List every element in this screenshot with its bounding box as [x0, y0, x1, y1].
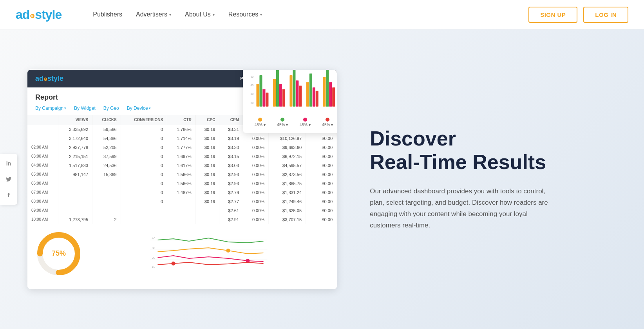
filter-geo[interactable]: By Geo [103, 105, 119, 111]
table-cell: $0.00 [306, 215, 337, 224]
nav-actions: SIGN UP LOG IN [528, 7, 628, 23]
social-sidebar: in f [0, 154, 17, 205]
facebook-icon[interactable]: f [5, 191, 13, 199]
table-cell: 2 [92, 215, 121, 224]
table-cell [27, 125, 58, 134]
table-cell: 24,536 [92, 161, 121, 170]
svg-text:30: 30 [250, 93, 253, 95]
table-cell: $2.79 [219, 188, 243, 197]
svg-point-11 [172, 262, 175, 265]
table-cell: 10:00 AM [27, 215, 58, 224]
table-cell: 0.00% [243, 188, 269, 197]
filter-device[interactable]: By Device ▾ [127, 105, 151, 111]
table-cell: $0.19 [195, 179, 219, 188]
bar-chart-overlay: 60 50 40 30 20 [243, 70, 337, 133]
legend-red: 45% ▾ [322, 118, 333, 127]
table-row: 10:00 AM1,273,7952$2.910.00%$3,707.15$0.… [27, 215, 337, 224]
col-conversions: CONVERSIONS [121, 115, 167, 125]
nav-advertisers[interactable]: Advertisers ▾ [136, 11, 171, 18]
table-cell: $3.19 [219, 134, 243, 143]
legend-pink-label: 45% ▾ [300, 123, 311, 127]
filter-campaign[interactable]: By Campaign ▾ [35, 105, 66, 111]
table-cell: 05:00 AM [27, 170, 58, 179]
svg-rect-26 [293, 70, 295, 107]
table-cell: 52,205 [92, 143, 121, 152]
table-cell: $2.93 [219, 179, 243, 188]
table-cell: 0 [121, 179, 167, 188]
table-cell: 04:00 AM [27, 161, 58, 170]
svg-text:40: 40 [250, 84, 253, 87]
table-cell: 02:00 AM [27, 143, 58, 152]
chevron-down-icon: ▾ [169, 13, 171, 17]
nav-resources[interactable]: Resources ▾ [228, 11, 262, 18]
navbar: ad⚙style Publishers Advertisers ▾ About … [0, 0, 644, 29]
twitter-icon[interactable] [5, 175, 13, 183]
svg-rect-19 [262, 89, 265, 106]
table-cell: 1,273,795 [58, 215, 92, 224]
table-cell: 0 [121, 125, 167, 134]
table-cell: 0.00% [243, 215, 269, 224]
table-cell: $0.19 [195, 197, 219, 206]
dashboard-area: in f ad⚙style Publisher: $0.00 [0, 29, 354, 329]
table-cell [58, 206, 92, 215]
col-views: VIEWS [58, 115, 92, 125]
col-ctr: CTR [167, 115, 196, 125]
legend-dot-green [280, 118, 284, 122]
table-cell: $2.93 [219, 170, 243, 179]
svg-rect-20 [266, 93, 268, 106]
table-cell: $0.19 [195, 134, 219, 143]
table-cell: 06:00 AM [27, 179, 58, 188]
table-cell: $0.00 [306, 188, 337, 197]
table-cell: $0.00 [306, 134, 337, 143]
table-cell: 1.786% [167, 125, 196, 134]
line-chart: 40 30 20 10 [88, 230, 329, 277]
logo-text: ad⚙style [16, 7, 62, 22]
svg-rect-35 [329, 82, 332, 106]
table-cell: 59,566 [92, 125, 121, 134]
table-cell: 0.00% [243, 152, 269, 161]
dashboard-gear-icon: ⚙ [43, 77, 47, 82]
table-cell: 07:00 AM [27, 188, 58, 197]
table-cell: $2.77 [219, 197, 243, 206]
svg-rect-17 [256, 84, 259, 107]
signup-button[interactable]: SIGN UP [528, 7, 577, 23]
svg-rect-33 [323, 77, 326, 106]
table-row: 06:00 AM01.566%$0.19$2.930.00%$1,885.75$… [27, 179, 337, 188]
hero-section: in f ad⚙style Publisher: $0.00 [0, 29, 644, 329]
table-cell [121, 206, 167, 215]
table-cell: $0.00 [306, 161, 337, 170]
legend-dot-orange [258, 118, 262, 122]
legend-dot-red [326, 118, 329, 122]
table-cell: $3,707.15 [269, 215, 306, 224]
filter-widget[interactable]: By Widget [74, 105, 96, 111]
table-cell: 0.00% [243, 197, 269, 206]
nav-publishers[interactable]: Publishers [93, 11, 122, 18]
table-cell: $0.19 [195, 161, 219, 170]
table-cell: 1.697% [167, 152, 196, 161]
table-cell [58, 179, 92, 188]
svg-rect-22 [276, 70, 279, 106]
linkedin-icon[interactable]: in [5, 160, 13, 167]
table-cell: $3.15 [219, 152, 243, 161]
legend-orange: 45% ▾ [255, 118, 266, 127]
svg-rect-31 [313, 87, 315, 107]
table-cell: $0.00 [306, 206, 337, 215]
login-button[interactable]: LOG IN [583, 7, 628, 23]
table-cell [92, 179, 121, 188]
table-cell [58, 188, 92, 197]
donut-percent: 75% [52, 249, 66, 258]
table-cell [58, 197, 92, 206]
table-cell: $0.19 [195, 188, 219, 197]
legend-pink: 45% ▾ [300, 118, 311, 127]
table-cell: $1,249.46 [269, 197, 306, 206]
table-cell [92, 206, 121, 215]
svg-rect-29 [306, 82, 309, 106]
table-cell [167, 197, 196, 206]
table-cell: 37,599 [92, 152, 121, 161]
table-cell: 3,335,692 [58, 125, 92, 134]
svg-rect-30 [309, 73, 312, 106]
table-cell: 15,369 [92, 170, 121, 179]
logo[interactable]: ad⚙style [16, 7, 62, 22]
nav-about[interactable]: About Us ▾ [185, 11, 215, 18]
table-cell: 1.777% [167, 143, 196, 152]
